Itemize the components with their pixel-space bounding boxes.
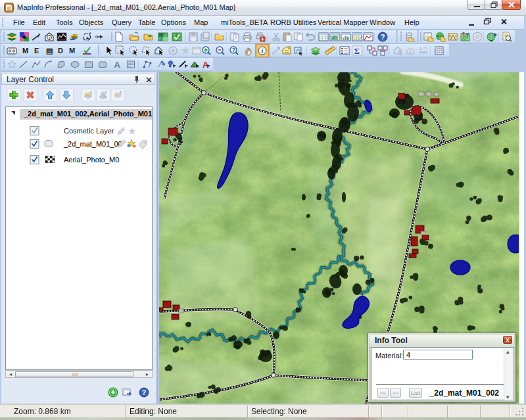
svg-text:A: A — [203, 60, 209, 70]
svg-text:M: M — [69, 47, 75, 55]
svg-text:Σ: Σ — [354, 46, 360, 56]
svg-text:?: ? — [142, 388, 147, 396]
svg-text:E: E — [34, 47, 39, 55]
svg-text:M: M — [22, 47, 28, 55]
svg-text:A: A — [114, 60, 120, 70]
svg-text:i: i — [262, 48, 264, 55]
svg-text:?: ? — [381, 33, 385, 41]
svg-text:▤: ▤ — [46, 47, 53, 55]
svg-text:?: ? — [232, 47, 235, 53]
svg-text:D: D — [58, 47, 63, 55]
svg-text:i: i — [49, 35, 50, 41]
